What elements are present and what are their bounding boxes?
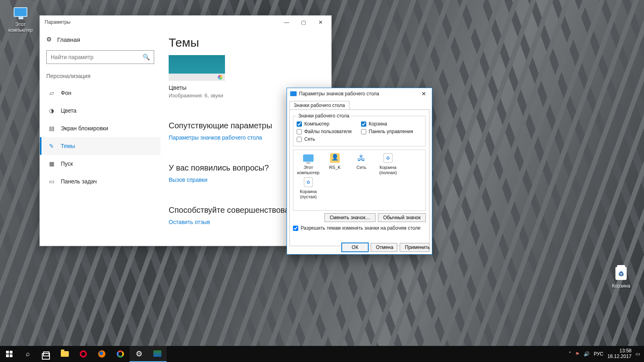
palette-icon: ◑ [48,107,55,114]
checkbox-recycle-bin[interactable]: Корзина [361,121,422,127]
task-view-icon [43,352,50,356]
default-icon-button[interactable]: Обычный значок [378,213,426,222]
checkbox-label: Разрешить темам изменять значки на рабоч… [301,225,421,231]
change-icon-button[interactable]: Сменить значок… [324,213,376,222]
sidebar-item-label: Темы [61,143,75,149]
taskbar-chrome[interactable] [111,346,130,362]
tab-desktop-icons[interactable]: Значки рабочего стола [289,101,349,109]
taskbar-settings[interactable]: ⚙ [130,346,148,362]
taskbar-icon: ▭ [48,178,55,185]
recycle-bin-full-icon: ♻ [384,153,392,163]
taskbar-opera[interactable] [74,346,93,362]
checkbox-input[interactable] [297,129,302,134]
firefox-icon [98,350,105,358]
sidebar-item-start[interactable]: ▦Пуск [40,155,161,173]
start-button[interactable] [0,346,19,362]
tray-language[interactable]: РУС [594,351,603,357]
themes-icon: ✎ [48,142,55,150]
gear-icon: ⚙ [46,36,52,43]
checkbox-input[interactable] [361,121,366,127]
sidebar-item-label: Цвета [61,107,76,114]
tray-security-icon[interactable]: ⚑ [575,351,580,357]
lockscreen-icon: ▤ [48,125,55,132]
taskbar-app[interactable] [148,346,167,362]
desktop-icon-label: Этот компьютер [6,22,35,33]
apply-button[interactable]: Применить [400,243,429,252]
tray-chevron-icon[interactable]: ˄ [569,351,571,357]
pc-icon [303,154,314,162]
sidebar-item-colors[interactable]: ◑Цвета [40,102,161,119]
sidebar-item-label: Панель задач [61,178,97,185]
dialog-close-button[interactable]: ✕ [417,89,430,99]
ok-button[interactable]: ОК [342,243,368,252]
preview-label: Корзина (пустая) [296,189,321,199]
sidebar-item-label: Экран блокировки [61,125,108,132]
checkbox-input[interactable] [361,129,366,134]
checkbox-input[interactable] [297,121,302,127]
checkbox-input[interactable] [297,137,302,142]
checkbox-allow-themes[interactable]: Разрешить темам изменять значки на рабоч… [293,225,426,231]
user-icon [330,153,340,163]
checkbox-computer[interactable]: Компьютер [297,121,358,127]
preview-this-pc[interactable]: Этот компьютер [296,152,321,175]
theme-thumbnail[interactable] [169,55,225,81]
sidebar-item-lockscreen[interactable]: ▤Экран блокировки [40,119,161,137]
gear-icon: ⚙ [136,349,142,358]
checkbox-label: Корзина [369,121,387,127]
sidebar-item-label: Пуск [61,160,73,167]
checkbox-input[interactable] [293,226,298,231]
settings-sidebar: ⚙ Главная 🔍 Персонализация ▱Фон ◑Цвета ▤… [40,29,161,246]
cancel-button[interactable]: Отмена [371,243,397,252]
sidebar-item-background[interactable]: ▱Фон [40,84,161,102]
desktop-icon-label: Корзина [606,283,636,289]
minimize-button[interactable]: — [278,16,295,28]
search-icon: ⌕ [26,350,30,358]
search-input[interactable] [46,50,154,64]
tray-volume-icon[interactable]: 🔊 [584,351,590,357]
desktop-icon-recycle-bin[interactable]: ♻ Корзина [606,265,636,289]
sidebar-item-taskbar[interactable]: ▭Панель задач [40,173,161,190]
checkbox-label: Компьютер [304,121,329,127]
color-wheel-icon [218,75,223,80]
close-button[interactable]: ✕ [312,16,329,28]
titlebar[interactable]: Параметры — ▢ ✕ [40,16,331,29]
icon-preview-list[interactable]: Этот компьютер RS_K 🖧Сеть ♻Корзина (полн… [293,150,426,211]
preview-bin-empty[interactable]: ♻Корзина (пустая) [296,177,321,199]
search-icon: 🔍 [142,53,150,61]
preview-label: Корзина (полная) [376,165,400,175]
tray-notifications-icon[interactable]: ▭ [636,351,640,357]
network-icon: 🖧 [355,152,367,164]
app-icon [153,350,161,357]
recycle-bin-icon: ♻ [615,267,627,280]
taskbar-explorer[interactable] [56,346,74,362]
folder-icon [61,351,69,357]
task-view-button[interactable] [37,346,56,362]
dialog-titlebar[interactable]: Параметры значков рабочего стола ✕ [287,88,432,99]
window-title: Параметры [45,19,70,25]
checkbox-network[interactable]: Сеть [297,136,358,142]
taskbar: ⌕ ⚙ ˄ ⚑ 🔊 РУС 13:58 18.12.2017 ▭ [0,346,644,362]
page-heading: Темы [169,36,323,49]
tray-clock[interactable]: 13:58 18.12.2017 [607,348,632,360]
checkbox-control-panel[interactable]: Панель управления [361,129,422,134]
preview-label: Сеть [349,165,374,170]
desktop-icons-dialog: Параметры значков рабочего стола ✕ Значк… [287,88,432,255]
sidebar-item-label: Фон [61,90,71,96]
preview-network[interactable]: 🖧Сеть [349,152,374,175]
taskbar-firefox[interactable] [93,346,111,362]
maximize-button[interactable]: ▢ [295,16,312,28]
taskbar-search[interactable]: ⌕ [19,346,37,362]
desktop-icon-this-pc[interactable]: Этот компьютер [6,4,35,33]
picture-icon: ▱ [48,89,55,97]
sidebar-item-themes[interactable]: ✎Темы [40,137,161,155]
home-button[interactable]: ⚙ Главная [40,36,161,50]
preview-user[interactable]: RS_K [322,152,347,175]
chrome-icon [117,350,124,358]
checkbox-user-files[interactable]: Файлы пользователя [297,129,358,134]
preview-bin-full[interactable]: ♻Корзина (полная) [376,152,400,175]
system-tray[interactable]: ˄ ⚑ 🔊 РУС 13:58 18.12.2017 ▭ [565,348,644,360]
checkbox-label: Сеть [304,136,315,142]
start-icon: ▦ [48,160,55,167]
preview-label: RS_K [322,165,347,170]
tray-time: 13:58 [607,348,632,354]
